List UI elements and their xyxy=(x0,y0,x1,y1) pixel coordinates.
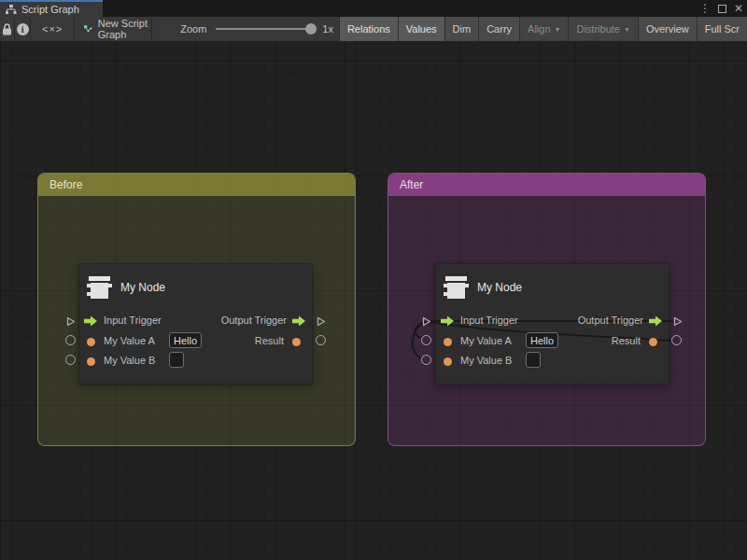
result-port[interactable] xyxy=(292,338,301,346)
relations-toggle[interactable]: Relations xyxy=(339,17,398,41)
toolbar-buttons: Relations Values Dim Carry Align ▼ Distr… xyxy=(339,17,747,41)
node-title: My Node xyxy=(120,281,165,294)
zoom-control: Zoom 1x xyxy=(152,17,333,41)
value-a-input[interactable]: Hello xyxy=(169,332,202,348)
value-a-input[interactable]: Hello xyxy=(526,332,558,348)
flow-out-icon[interactable] xyxy=(292,315,306,327)
window-maximize-icon[interactable] xyxy=(718,5,726,13)
ext-result-port-right[interactable] xyxy=(316,335,326,345)
node-title: My Node xyxy=(477,281,522,294)
graph-selector[interactable]: New Script Graph xyxy=(75,17,152,41)
chevron-down-icon: ▼ xyxy=(555,26,561,33)
output-trigger-label: Output Trigger xyxy=(221,315,287,326)
code-icon: <×> xyxy=(42,23,63,35)
value-a-label: My Value A xyxy=(460,335,512,346)
info-button[interactable]: i xyxy=(15,17,31,41)
dim-toggle[interactable]: Dim xyxy=(444,17,479,41)
info-icon: i xyxy=(17,23,29,35)
value-a-port[interactable] xyxy=(87,338,95,346)
flow-in-icon[interactable] xyxy=(441,315,455,327)
chevron-down-icon: ▼ xyxy=(624,26,630,33)
node-my-node-after[interactable]: My Node Input Trigger Output Trigger My … xyxy=(435,263,669,385)
group-after-label: After xyxy=(400,178,423,191)
tab-bar: Script Graph ⋮ ✕ xyxy=(0,0,747,17)
graph-tab-icon xyxy=(6,5,17,15)
zoom-slider-handle[interactable] xyxy=(305,23,317,35)
lock-icon xyxy=(2,23,12,35)
input-trigger-label: Input Trigger xyxy=(104,315,162,326)
value-b-port[interactable] xyxy=(444,357,452,366)
tab-script-graph[interactable]: Script Graph xyxy=(0,0,103,17)
value-a-port[interactable] xyxy=(444,338,452,346)
result-label: Result xyxy=(612,335,641,346)
flow-out-icon[interactable] xyxy=(649,315,663,327)
ext-result-port-right[interactable] xyxy=(671,335,682,345)
ext-flow-port-right[interactable] xyxy=(315,315,327,328)
value-b-input[interactable] xyxy=(169,352,184,368)
output-trigger-label: Output Trigger xyxy=(578,315,643,326)
align-dropdown[interactable]: Align ▼ xyxy=(519,17,568,41)
ext-flow-port-left[interactable] xyxy=(64,315,77,328)
toolbar: i <×> New Script Graph Zoom 1x Relations… xyxy=(0,17,747,41)
graph-name-label: New Script Graph xyxy=(98,18,151,40)
zoom-slider[interactable] xyxy=(216,28,311,30)
result-label: Result xyxy=(255,335,284,346)
input-trigger-label: Input Trigger xyxy=(460,315,518,326)
group-before-label: Before xyxy=(49,178,82,191)
zoom-value: 1x xyxy=(322,23,333,35)
value-b-input[interactable] xyxy=(526,352,541,368)
value-b-port[interactable] xyxy=(87,357,95,366)
ext-value-a-port-left[interactable] xyxy=(421,335,431,345)
fullscreen-button[interactable]: Full Scr xyxy=(697,17,747,41)
script-graph-icon xyxy=(84,23,92,35)
carry-toggle[interactable]: Carry xyxy=(478,17,519,41)
value-b-label: My Value B xyxy=(104,355,155,366)
ext-value-b-port-left[interactable] xyxy=(421,355,431,365)
code-preview-button[interactable]: <×> xyxy=(31,17,75,41)
lock-button[interactable] xyxy=(0,17,15,41)
distribute-dropdown[interactable]: Distribute ▼ xyxy=(568,17,637,41)
value-b-label: My Value B xyxy=(460,355,512,366)
unit-icon xyxy=(443,274,471,301)
group-after-header[interactable]: After xyxy=(388,174,705,196)
values-toggle[interactable]: Values xyxy=(398,17,444,41)
zoom-label: Zoom xyxy=(180,23,206,35)
group-before-header[interactable]: Before xyxy=(38,174,355,196)
node-my-node-before[interactable]: My Node Input Trigger Output Trigger My … xyxy=(78,263,313,385)
unit-icon xyxy=(86,274,114,301)
window-menu-icon[interactable]: ⋮ xyxy=(699,0,711,17)
ext-flow-port-left[interactable] xyxy=(420,315,432,328)
overview-button[interactable]: Overview xyxy=(638,17,697,41)
window-close-icon[interactable]: ✕ xyxy=(734,0,743,17)
flow-in-icon[interactable] xyxy=(84,315,98,327)
ext-value-b-port-left[interactable] xyxy=(65,355,76,365)
tab-label: Script Graph xyxy=(21,4,79,15)
graph-canvas[interactable]: Before After My Node Inp xyxy=(0,41,747,560)
ext-value-a-port-left[interactable] xyxy=(65,335,76,345)
result-port[interactable] xyxy=(649,338,657,346)
value-a-label: My Value A xyxy=(104,335,155,346)
ext-flow-port-right[interactable] xyxy=(671,315,684,328)
